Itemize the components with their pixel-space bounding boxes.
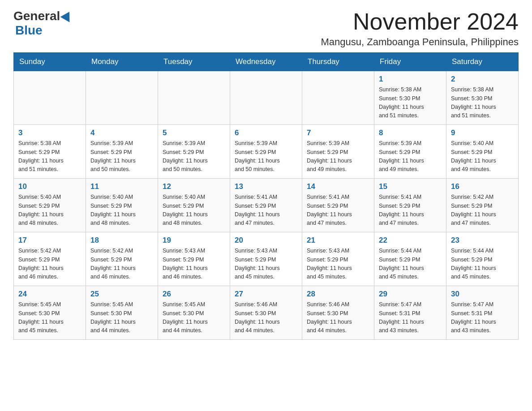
day-info: Sunrise: 5:47 AMSunset: 5:31 PMDaylight:… xyxy=(379,300,442,335)
calendar-cell-1-1: 4Sunrise: 5:39 AMSunset: 5:29 PMDaylight… xyxy=(86,125,158,179)
calendar-table: SundayMondayTuesdayWednesdayThursdayFrid… xyxy=(13,52,519,340)
calendar-cell-2-3: 13Sunrise: 5:41 AMSunset: 5:29 PMDayligh… xyxy=(230,179,302,232)
calendar-cell-2-0: 10Sunrise: 5:40 AMSunset: 5:29 PMDayligh… xyxy=(14,179,86,232)
calendar-cell-4-0: 24Sunrise: 5:45 AMSunset: 5:30 PMDayligh… xyxy=(14,286,86,340)
calendar-cell-3-5: 22Sunrise: 5:44 AMSunset: 5:29 PMDayligh… xyxy=(374,232,446,286)
day-info: Sunrise: 5:42 AMSunset: 5:29 PMDaylight:… xyxy=(451,193,514,228)
calendar-cell-3-3: 20Sunrise: 5:43 AMSunset: 5:29 PMDayligh… xyxy=(230,232,302,286)
day-number: 1 xyxy=(379,75,442,84)
page-header: General Blue November 2024 Mangusu, Zamb… xyxy=(13,9,519,48)
header-row: SundayMondayTuesdayWednesdayThursdayFrid… xyxy=(14,53,519,71)
day-number: 15 xyxy=(379,182,442,191)
day-info: Sunrise: 5:39 AMSunset: 5:29 PMDaylight:… xyxy=(163,139,225,174)
day-info: Sunrise: 5:43 AMSunset: 5:29 PMDaylight:… xyxy=(235,247,297,282)
day-number: 8 xyxy=(379,128,442,137)
day-info: Sunrise: 5:44 AMSunset: 5:29 PMDaylight:… xyxy=(451,247,514,282)
day-number: 14 xyxy=(307,182,369,191)
day-number: 27 xyxy=(235,290,297,299)
day-info: Sunrise: 5:39 AMSunset: 5:29 PMDaylight:… xyxy=(307,139,369,174)
day-number: 26 xyxy=(163,290,225,299)
calendar-cell-1-6: 9Sunrise: 5:40 AMSunset: 5:29 PMDaylight… xyxy=(446,125,519,179)
day-number: 30 xyxy=(451,290,514,299)
calendar-cell-0-6: 2Sunrise: 5:38 AMSunset: 5:30 PMDaylight… xyxy=(446,71,519,125)
day-info: Sunrise: 5:41 AMSunset: 5:29 PMDaylight:… xyxy=(379,193,442,228)
day-info: Sunrise: 5:39 AMSunset: 5:29 PMDaylight:… xyxy=(90,139,153,174)
calendar-cell-1-4: 7Sunrise: 5:39 AMSunset: 5:29 PMDaylight… xyxy=(302,125,374,179)
day-number: 7 xyxy=(307,128,369,137)
day-number: 23 xyxy=(451,236,514,245)
calendar-cell-2-1: 11Sunrise: 5:40 AMSunset: 5:29 PMDayligh… xyxy=(86,179,158,232)
calendar-cell-2-2: 12Sunrise: 5:40 AMSunset: 5:29 PMDayligh… xyxy=(158,179,230,232)
day-info: Sunrise: 5:45 AMSunset: 5:30 PMDaylight:… xyxy=(90,300,153,335)
day-info: Sunrise: 5:41 AMSunset: 5:29 PMDaylight:… xyxy=(235,193,297,228)
day-info: Sunrise: 5:45 AMSunset: 5:30 PMDaylight:… xyxy=(163,300,225,335)
week-row-5: 24Sunrise: 5:45 AMSunset: 5:30 PMDayligh… xyxy=(14,286,519,340)
calendar-cell-0-0 xyxy=(14,71,86,125)
day-info: Sunrise: 5:43 AMSunset: 5:29 PMDaylight:… xyxy=(307,247,369,282)
calendar-header: SundayMondayTuesdayWednesdayThursdayFrid… xyxy=(14,53,519,71)
month-title: November 2024 xyxy=(321,9,519,34)
calendar-cell-2-5: 15Sunrise: 5:41 AMSunset: 5:29 PMDayligh… xyxy=(374,179,446,232)
day-number: 29 xyxy=(379,290,442,299)
day-number: 25 xyxy=(90,290,153,299)
day-info: Sunrise: 5:39 AMSunset: 5:29 PMDaylight:… xyxy=(235,139,297,174)
calendar-cell-3-0: 17Sunrise: 5:42 AMSunset: 5:29 PMDayligh… xyxy=(14,232,86,286)
day-number: 11 xyxy=(90,182,153,191)
calendar-cell-0-3 xyxy=(230,71,302,125)
calendar-cell-2-4: 14Sunrise: 5:41 AMSunset: 5:29 PMDayligh… xyxy=(302,179,374,232)
header-wednesday: Wednesday xyxy=(230,53,302,71)
location-title: Mangusu, Zamboanga Peninsula, Philippine… xyxy=(321,36,519,48)
title-area: November 2024 Mangusu, Zamboanga Peninsu… xyxy=(321,9,519,48)
day-number: 5 xyxy=(163,128,225,137)
calendar-cell-1-5: 8Sunrise: 5:39 AMSunset: 5:29 PMDaylight… xyxy=(374,125,446,179)
day-info: Sunrise: 5:40 AMSunset: 5:29 PMDaylight:… xyxy=(451,139,514,174)
day-info: Sunrise: 5:38 AMSunset: 5:30 PMDaylight:… xyxy=(379,86,442,120)
day-info: Sunrise: 5:38 AMSunset: 5:30 PMDaylight:… xyxy=(451,86,514,120)
day-info: Sunrise: 5:44 AMSunset: 5:29 PMDaylight:… xyxy=(379,247,442,282)
day-info: Sunrise: 5:39 AMSunset: 5:29 PMDaylight:… xyxy=(379,139,442,174)
day-number: 17 xyxy=(18,236,81,245)
day-info: Sunrise: 5:38 AMSunset: 5:29 PMDaylight:… xyxy=(18,139,81,174)
day-number: 4 xyxy=(90,128,153,137)
calendar-cell-2-6: 16Sunrise: 5:42 AMSunset: 5:29 PMDayligh… xyxy=(446,179,519,232)
calendar-cell-4-4: 28Sunrise: 5:46 AMSunset: 5:30 PMDayligh… xyxy=(302,286,374,340)
calendar-cell-4-1: 25Sunrise: 5:45 AMSunset: 5:30 PMDayligh… xyxy=(86,286,158,340)
calendar-cell-4-3: 27Sunrise: 5:46 AMSunset: 5:30 PMDayligh… xyxy=(230,286,302,340)
calendar-cell-3-1: 18Sunrise: 5:42 AMSunset: 5:29 PMDayligh… xyxy=(86,232,158,286)
day-number: 24 xyxy=(18,290,81,299)
logo-triangle-icon xyxy=(60,9,74,22)
calendar-body: 1Sunrise: 5:38 AMSunset: 5:30 PMDaylight… xyxy=(14,71,519,340)
day-number: 21 xyxy=(307,236,369,245)
header-tuesday: Tuesday xyxy=(158,53,230,71)
header-thursday: Thursday xyxy=(302,53,374,71)
day-number: 10 xyxy=(18,182,81,191)
day-info: Sunrise: 5:40 AMSunset: 5:29 PMDaylight:… xyxy=(90,193,153,228)
day-info: Sunrise: 5:46 AMSunset: 5:30 PMDaylight:… xyxy=(307,300,369,335)
calendar-cell-3-4: 21Sunrise: 5:43 AMSunset: 5:29 PMDayligh… xyxy=(302,232,374,286)
calendar-cell-4-5: 29Sunrise: 5:47 AMSunset: 5:31 PMDayligh… xyxy=(374,286,446,340)
day-number: 20 xyxy=(235,236,297,245)
calendar-cell-1-3: 6Sunrise: 5:39 AMSunset: 5:29 PMDaylight… xyxy=(230,125,302,179)
day-info: Sunrise: 5:43 AMSunset: 5:29 PMDaylight:… xyxy=(163,247,225,282)
day-info: Sunrise: 5:40 AMSunset: 5:29 PMDaylight:… xyxy=(163,193,225,228)
week-row-2: 3Sunrise: 5:38 AMSunset: 5:29 PMDaylight… xyxy=(14,125,519,179)
week-row-3: 10Sunrise: 5:40 AMSunset: 5:29 PMDayligh… xyxy=(14,179,519,232)
day-number: 6 xyxy=(235,128,297,137)
header-friday: Friday xyxy=(374,53,446,71)
calendar-cell-4-6: 30Sunrise: 5:47 AMSunset: 5:31 PMDayligh… xyxy=(446,286,519,340)
day-info: Sunrise: 5:40 AMSunset: 5:29 PMDaylight:… xyxy=(18,193,81,228)
logo: General Blue xyxy=(13,9,73,38)
calendar-cell-0-2 xyxy=(158,71,230,125)
calendar-cell-4-2: 26Sunrise: 5:45 AMSunset: 5:30 PMDayligh… xyxy=(158,286,230,340)
day-info: Sunrise: 5:42 AMSunset: 5:29 PMDaylight:… xyxy=(90,247,153,282)
logo-blue-text: Blue xyxy=(15,23,43,37)
day-number: 22 xyxy=(379,236,442,245)
calendar-cell-1-0: 3Sunrise: 5:38 AMSunset: 5:29 PMDaylight… xyxy=(14,125,86,179)
day-number: 18 xyxy=(90,236,153,245)
day-number: 13 xyxy=(235,182,297,191)
day-number: 9 xyxy=(451,128,514,137)
day-info: Sunrise: 5:41 AMSunset: 5:29 PMDaylight:… xyxy=(307,193,369,228)
calendar-cell-0-1 xyxy=(86,71,158,125)
calendar-cell-0-4 xyxy=(302,71,374,125)
logo-general-text: General xyxy=(13,9,60,23)
